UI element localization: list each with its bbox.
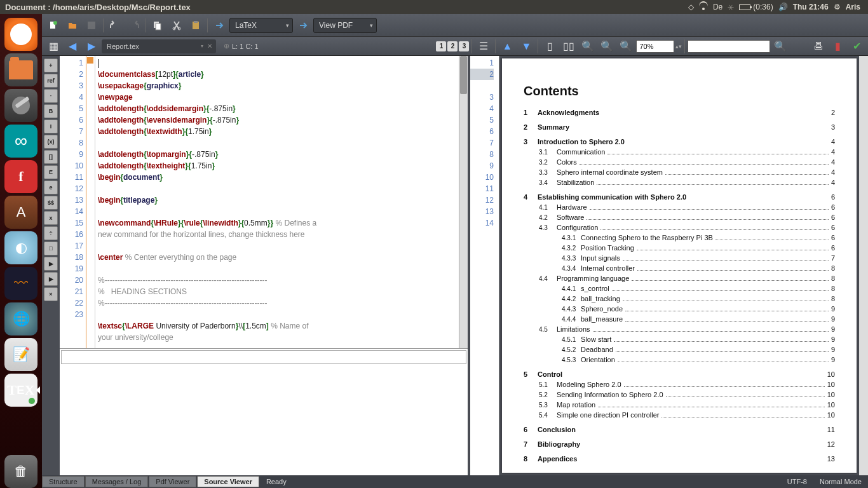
toc-entry[interactable]: 4.4Programming language8 bbox=[524, 274, 835, 283]
save-icon[interactable] bbox=[83, 17, 100, 34]
close-tab-icon[interactable]: ✕ bbox=[207, 43, 212, 50]
toc-entry[interactable]: 4.3.2Position Tracking6 bbox=[524, 244, 835, 252]
paste-icon[interactable] bbox=[187, 17, 205, 34]
toc-entry[interactable]: 5.1Modeling Sphero 2.010 bbox=[524, 381, 835, 389]
pdf-page[interactable]: Contents 1Acknowledgments22Summary33Intr… bbox=[502, 58, 857, 473]
pdf-down-icon[interactable]: ▼ bbox=[517, 38, 535, 55]
toc-entry[interactable]: 3.1Communication4 bbox=[524, 148, 835, 156]
volume-icon[interactable]: 🔊 bbox=[778, 3, 788, 11]
audacity-icon[interactable]: 〰 bbox=[4, 267, 37, 300]
toggle-structure-icon[interactable]: ▦ bbox=[44, 38, 62, 55]
pdf-single-icon[interactable]: ▯ bbox=[541, 38, 559, 55]
chromium-icon[interactable]: ◐ bbox=[4, 231, 37, 264]
user-menu[interactable]: Aris bbox=[846, 3, 860, 11]
toc-entry[interactable]: 4.4.1s_control8 bbox=[524, 285, 835, 293]
toc-entry[interactable]: 5.3Map rotation10 bbox=[524, 401, 835, 409]
pdf-up-icon[interactable]: ▲ bbox=[498, 38, 516, 55]
toc-entry[interactable]: 7Bibliography12 bbox=[524, 440, 835, 449]
toc-entry[interactable]: 6Conclusion11 bbox=[524, 426, 835, 434]
copy-icon[interactable] bbox=[149, 17, 166, 34]
texstudio-icon[interactable]: TEX bbox=[4, 374, 37, 407]
compiler-dropdown[interactable]: LaTeX bbox=[229, 18, 293, 33]
status-tab-structure[interactable]: Structure bbox=[42, 476, 85, 487]
file-tab[interactable]: Report.tex✕ bbox=[102, 39, 216, 53]
toc-entry[interactable]: 4.4.2ball_tracking8 bbox=[524, 295, 835, 303]
clock[interactable]: Thu 21:46 bbox=[793, 3, 829, 11]
sidetool-2[interactable]: · bbox=[44, 89, 58, 103]
code-editor[interactable]: 1234567891011121314151617181920212223 \d… bbox=[60, 56, 468, 348]
zoom-out-icon[interactable]: 🔍 bbox=[579, 38, 597, 55]
prev-icon[interactable]: ◀ bbox=[64, 38, 81, 55]
toc-entry[interactable]: 4.5Limitations9 bbox=[524, 325, 835, 334]
sidetool-13[interactable]: ▶ bbox=[44, 257, 58, 271]
sidetool-9[interactable]: $$ bbox=[44, 196, 58, 210]
zoom-fit-icon[interactable]: 🔍 bbox=[617, 38, 635, 55]
app-f-icon[interactable]: f bbox=[4, 160, 37, 193]
layout-3-button[interactable]: 3 bbox=[459, 41, 469, 51]
battery-indicator[interactable]: (0:36) bbox=[739, 3, 773, 11]
layout-2-button[interactable]: 2 bbox=[447, 41, 458, 51]
editor-scrollbar[interactable] bbox=[459, 56, 468, 348]
toc-entry[interactable]: 4.5.2Deadband9 bbox=[524, 346, 835, 354]
toc-entry[interactable]: 4.3.4Internal controller8 bbox=[524, 264, 835, 273]
message-input[interactable] bbox=[61, 350, 466, 364]
code-area[interactable]: \documentclass[12pt]{article}\usepackage… bbox=[95, 56, 459, 348]
gedit-icon[interactable]: 📝 bbox=[4, 338, 37, 371]
open-file-icon[interactable] bbox=[64, 17, 81, 34]
marble-icon[interactable]: 🌐 bbox=[4, 302, 37, 336]
zoom-in-icon[interactable]: 🔍 bbox=[598, 38, 616, 55]
sidetool-11[interactable]: ÷ bbox=[44, 226, 58, 240]
pdf-scrollbar[interactable] bbox=[859, 56, 868, 475]
build-icon[interactable] bbox=[210, 17, 228, 34]
toc-entry[interactable]: 4.5.1Slow start9 bbox=[524, 336, 835, 344]
toc-entry[interactable]: 4.3.1Connecting Sphero to the Raspberry … bbox=[524, 234, 835, 242]
status-tab-pdf-viewer[interactable]: Pdf Viewer bbox=[149, 476, 196, 487]
bluetooth-icon[interactable]: ⚹ bbox=[728, 3, 734, 11]
toc-entry[interactable]: 2Summary3 bbox=[524, 123, 835, 132]
pdf-find-icon[interactable]: 🔍 bbox=[771, 38, 789, 55]
sidetool-8[interactable]: e bbox=[44, 180, 58, 194]
toc-entry[interactable]: 3.4Stabilization4 bbox=[524, 179, 835, 187]
redo-icon[interactable] bbox=[125, 17, 143, 34]
settings-icon[interactable] bbox=[4, 89, 37, 122]
toc-entry[interactable]: 4.3.3Input signals7 bbox=[524, 254, 835, 262]
dash-icon[interactable] bbox=[4, 18, 37, 51]
toc-entry[interactable]: 3Introduction to Sphero 2.04 bbox=[524, 138, 835, 146]
sidetool-3[interactable]: B bbox=[44, 104, 58, 118]
trash-icon[interactable]: 🗑 bbox=[4, 455, 37, 488]
next-icon[interactable]: ▶ bbox=[83, 38, 100, 55]
sidetool-10[interactable]: x bbox=[44, 211, 58, 225]
cut-icon[interactable] bbox=[168, 17, 186, 34]
sidetool-15[interactable]: × bbox=[44, 287, 58, 301]
sidetool-7[interactable]: E bbox=[44, 165, 58, 179]
sidetool-5[interactable]: (x) bbox=[44, 135, 58, 149]
toc-entry[interactable]: 1Acknowledgments2 bbox=[524, 109, 835, 117]
sidetool-12[interactable]: □ bbox=[44, 241, 58, 255]
toc-entry[interactable]: 4.1Hardware6 bbox=[524, 203, 835, 212]
sidetool-1[interactable]: ref bbox=[44, 74, 58, 88]
toc-entry[interactable]: 4Establishing communication with Sphero … bbox=[524, 193, 835, 201]
sidetool-0[interactable]: + bbox=[44, 58, 58, 72]
wifi-icon[interactable] bbox=[699, 4, 708, 10]
view-icon[interactable] bbox=[294, 17, 312, 34]
print-icon[interactable]: 🖶 bbox=[810, 38, 827, 55]
toc-entry[interactable]: 4.2Software6 bbox=[524, 214, 835, 222]
arduino-icon[interactable]: ∞ bbox=[4, 125, 37, 158]
software-center-icon[interactable]: A bbox=[4, 196, 37, 229]
toc-entry[interactable]: 4.5.3Orientation9 bbox=[524, 356, 835, 364]
gear-icon[interactable]: ⚙ bbox=[834, 3, 841, 11]
sidetool-14[interactable]: ▶ bbox=[44, 272, 58, 286]
toc-entry[interactable]: 8Appendices13 bbox=[524, 455, 835, 463]
pdf-toc-icon[interactable]: ☰ bbox=[475, 38, 492, 55]
toc-entry[interactable]: 4.3Configuration6 bbox=[524, 224, 835, 232]
pdf-double-icon[interactable]: ▯▯ bbox=[560, 38, 578, 55]
toc-entry[interactable]: 5.4Simple one direction PI controller10 bbox=[524, 411, 835, 419]
zoom-input[interactable] bbox=[636, 40, 674, 53]
viewer-dropdown[interactable]: View PDF bbox=[313, 18, 377, 33]
toc-entry[interactable]: 5.2Sending Information to Sphero 2.010 bbox=[524, 391, 835, 399]
pdf-search-input[interactable] bbox=[688, 40, 770, 53]
undo-icon[interactable] bbox=[106, 17, 124, 34]
status-tab-messages-log[interactable]: Messages / Log bbox=[85, 476, 149, 487]
pdf-config-icon[interactable]: ✔ bbox=[848, 38, 865, 55]
files-icon[interactable] bbox=[4, 53, 37, 86]
